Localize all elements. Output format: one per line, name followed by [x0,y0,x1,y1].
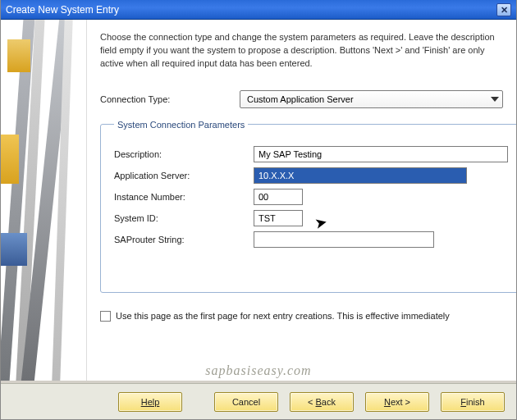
use-first-page-checkbox[interactable] [100,311,111,322]
application-server-label: Application Server: [114,171,254,180]
saprouter-input[interactable] [254,231,434,248]
system-id-label: System ID: [114,213,254,223]
group-legend: System Connection Parameters [114,120,248,130]
description-label: Description: [114,149,254,159]
instance-number-label: Instance Number: [114,192,254,202]
connection-type-value: Custom Application Server [247,94,354,104]
connection-type-row: Connection Type: Custom Application Serv… [100,90,503,108]
content-pane: Choose the connection type and change th… [87,20,516,381]
system-id-input[interactable] [254,210,303,226]
wizard-footer: Help Cancel < Back Next > Finish [1,383,516,419]
system-connection-parameters-group: System Connection Parameters Description… [100,120,516,293]
saprouter-label: SAProuter String: [114,235,254,244]
next-button[interactable]: Next > [365,392,429,412]
title-bar: Create New System Entry ✕ [1,0,516,20]
cancel-button[interactable]: Cancel [214,392,278,412]
application-server-input[interactable] [254,167,467,184]
use-first-page-label: Use this page as the first page for next… [116,311,450,321]
connection-type-dropdown[interactable]: Custom Application Server [240,90,503,108]
main-area: Choose the connection type and change th… [1,20,516,381]
back-button[interactable]: < Back [290,392,354,412]
description-input[interactable] [254,146,508,162]
wizard-sidebar-graphic [1,20,87,381]
window-title: Create New System Entry [6,0,119,20]
help-button[interactable]: Help [118,392,182,412]
close-icon[interactable]: ✕ [496,3,511,16]
instance-number-input[interactable] [254,189,303,205]
use-first-page-row[interactable]: Use this page as the first page for next… [100,311,503,322]
finish-button[interactable]: Finish [441,392,505,412]
instruction-text: Choose the connection type and change th… [100,31,503,71]
chevron-down-icon [491,97,499,102]
connection-type-label: Connection Type: [100,94,240,104]
